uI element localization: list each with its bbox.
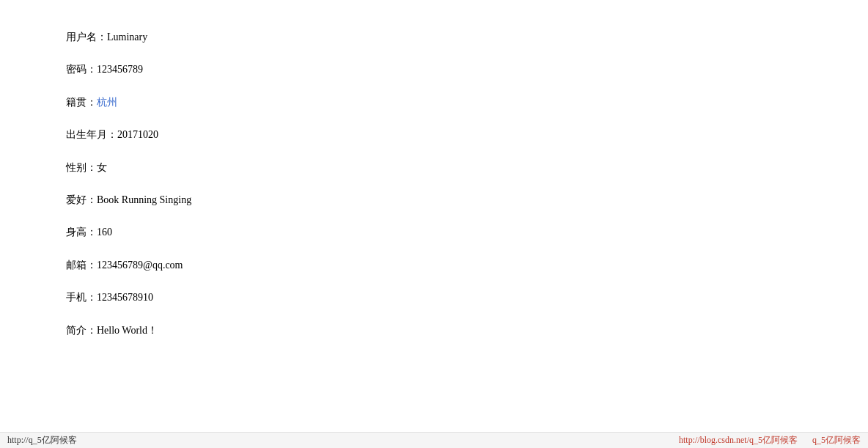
phone-value: 12345678910 <box>97 290 153 306</box>
footer-left-text: http://q_5亿阿候客 <box>7 434 77 447</box>
height-label: 身高： <box>66 224 97 240</box>
height-row: 身高： 160 <box>66 224 802 240</box>
birthday-value: 20171020 <box>117 127 158 143</box>
bio-value: Hello World！ <box>97 323 158 339</box>
phone-label: 手机： <box>66 290 97 306</box>
email-label: 邮箱： <box>66 257 97 273</box>
footer-right: http://blog.csdn.net/q_5亿阿候客 q_5亿阿候客 <box>679 434 861 447</box>
password-label: 密码： <box>66 62 97 78</box>
birthday-label: 出生年月： <box>66 127 117 143</box>
hobby-row: 爱好： Book Running Singing <box>66 192 802 208</box>
hometown-row: 籍贯： 杭州 <box>66 95 802 111</box>
email-row: 邮箱： 123456789@qq.com <box>66 257 802 273</box>
username-label: 用户名： <box>66 29 107 45</box>
password-value: 123456789 <box>97 62 143 78</box>
phone-row: 手机： 12345678910 <box>66 290 802 306</box>
gender-label: 性别： <box>66 160 97 176</box>
hometown-value: 杭州 <box>97 95 117 111</box>
birthday-row: 出生年月： 20171020 <box>66 127 802 143</box>
hometown-label: 籍贯： <box>66 95 97 111</box>
bio-row: 简介： Hello World！ <box>66 323 802 339</box>
bio-label: 简介： <box>66 323 97 339</box>
gender-row: 性别： 女 <box>66 160 802 176</box>
main-content: 用户名： Luminary 密码： 123456789 籍贯： 杭州 出生年月：… <box>0 0 868 384</box>
height-value: 160 <box>97 224 112 240</box>
hobby-label: 爱好： <box>66 192 97 208</box>
footer-link2[interactable]: q_5亿阿候客 <box>812 434 861 447</box>
email-value: 123456789@qq.com <box>97 257 183 273</box>
hobby-value: Book Running Singing <box>97 192 191 208</box>
footer-link1[interactable]: http://blog.csdn.net/q_5亿阿候客 <box>679 434 798 447</box>
gender-value: 女 <box>97 160 107 176</box>
password-row: 密码： 123456789 <box>66 62 802 78</box>
username-value: Luminary <box>107 29 147 45</box>
username-row: 用户名： Luminary <box>66 29 802 45</box>
footer: http://q_5亿阿候客 http://blog.csdn.net/q_5亿… <box>0 432 868 448</box>
